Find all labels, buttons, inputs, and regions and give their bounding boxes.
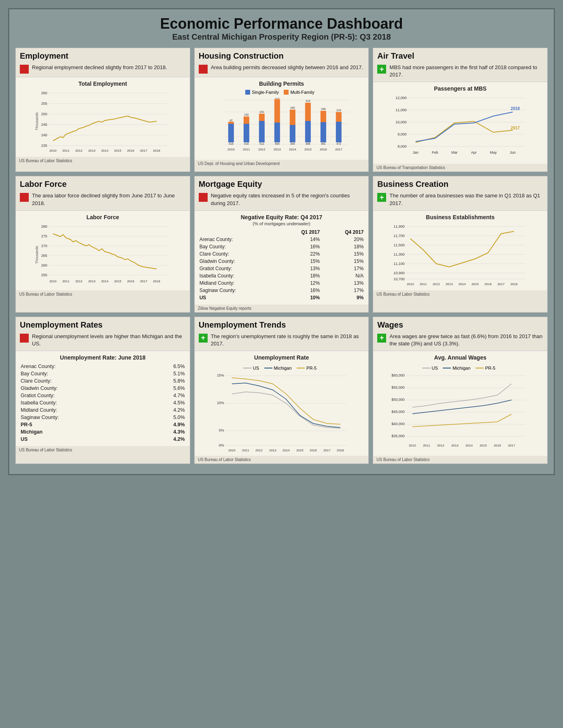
equity-q4: 17%	[321, 287, 365, 294]
unemp-county: Gratiot County:	[19, 392, 142, 399]
svg-text:2012: 2012	[75, 279, 83, 283]
mortgage-equity-indicator: Negative equity rates increased in 5 of …	[195, 192, 369, 210]
svg-text:410: 410	[306, 99, 310, 102]
michigan-wages-line	[412, 400, 512, 414]
wages-us-legend-label: US	[432, 366, 438, 370]
equity-col-q4: Q4 2017	[321, 229, 365, 236]
svg-text:2014: 2014	[283, 449, 290, 452]
svg-text:2016: 2016	[310, 449, 317, 452]
svg-text:2017: 2017	[140, 149, 147, 152]
svg-text:162: 162	[244, 113, 249, 116]
mortgage-equity-title: Mortgage Equity	[199, 180, 365, 189]
equity-col-q1: Q1 2017	[278, 229, 321, 236]
svg-text:$40,000: $40,000	[392, 422, 405, 426]
row-3: Unemployment Rates Regional unemployment…	[15, 317, 548, 464]
svg-text:11,700: 11,700	[394, 234, 405, 238]
svg-text:2017: 2017	[511, 126, 520, 130]
unemployment-trends-header: Unemployment Trends	[195, 317, 369, 333]
pr5-legend-label: PR-5	[306, 366, 317, 370]
bar-2015-mf	[305, 103, 310, 121]
svg-text:2011: 2011	[243, 148, 250, 151]
wages-us-legend-line	[422, 368, 430, 368]
air-travel-chart-area: Passengers at MBS 12,000 11,000 10,000 9…	[373, 82, 547, 164]
unemp-rate: 5.6%	[142, 385, 187, 392]
business-creation-title: Business Creation	[377, 180, 543, 189]
equity-county: Saginaw County:	[198, 287, 278, 294]
equity-q1: 18%	[278, 272, 321, 279]
equity-table: Q1 2017 Q4 2017 Arenac County: 14% 20% B…	[198, 229, 365, 301]
air-travel-title: Air Travel	[377, 51, 543, 61]
unemployment-trends-status-icon: +	[199, 334, 208, 343]
equity-county: Bay County:	[198, 243, 278, 250]
svg-text:2015: 2015	[480, 444, 487, 447]
equity-county: US	[198, 294, 278, 301]
svg-text:2016: 2016	[320, 148, 327, 151]
svg-text:2016: 2016	[127, 279, 134, 283]
unemployment-trends-chart-title: Unemployment Rate	[198, 354, 365, 361]
svg-text:Mar: Mar	[451, 150, 458, 154]
employment-source: US Bureau of Labor Statistics	[16, 157, 190, 165]
equity-q1: 15%	[278, 258, 321, 265]
svg-text:2012: 2012	[75, 149, 83, 152]
svg-text:2011: 2011	[420, 282, 427, 286]
wages-chart: $60,000 $55,000 $50,000 $45,000 $40,000 …	[376, 372, 544, 453]
equity-q4: 20%	[321, 236, 365, 243]
svg-text:2015: 2015	[114, 149, 121, 152]
row-1: Employment Regional employment declined …	[15, 48, 548, 172]
multi-family-label: Multi-Family	[290, 90, 314, 95]
svg-text:10,700: 10,700	[394, 277, 405, 281]
labor-force-chart-title: Labor Force	[19, 214, 187, 220]
wages-header: Wages	[373, 317, 547, 333]
bar-2010-sf	[228, 124, 234, 142]
building-permits-chart: 42 419 162 416 161 512 528 464	[198, 98, 365, 157]
equity-county: Clare County:	[198, 250, 278, 258]
unemp-county: Gladwin County:	[19, 385, 142, 392]
bar-2017-mf	[336, 112, 341, 122]
housing-card: Housing Construction Area building permi…	[194, 48, 369, 172]
svg-text:8,000: 8,000	[398, 144, 407, 148]
bar-2016-sf	[320, 122, 326, 142]
unemp-rate: 4.2%	[142, 406, 187, 414]
svg-text:2014: 2014	[101, 149, 108, 152]
equity-county: Arenac County:	[198, 236, 278, 243]
unemployment-rates-card: Unemployment Rates Regional unemployment…	[15, 317, 190, 464]
2018-line	[416, 112, 513, 142]
pr5-unemployment-line	[232, 378, 340, 424]
business-creation-header: Business Creation	[373, 176, 547, 192]
svg-text:2011: 2011	[62, 279, 70, 283]
equity-q1: 10%	[278, 294, 321, 301]
bar-2015-sf	[305, 121, 310, 142]
mortgage-equity-chart-area: Negative Equity Rate: Q4 2017 (% of mort…	[195, 210, 369, 305]
svg-text:2012: 2012	[433, 282, 440, 286]
business-creation-indicator: + The number of area businesses was the …	[373, 192, 547, 210]
svg-text:Jun: Jun	[510, 150, 516, 154]
housing-source: US Dept. of Housing and Urban Developmen…	[195, 160, 369, 167]
unemp-rate: 4.3%	[142, 428, 187, 436]
unemployment-trends-chart-area: Unemployment Rate US Michigan PR-5	[195, 351, 369, 456]
svg-text:2015: 2015	[296, 449, 304, 452]
unemp-rate: 4.5%	[142, 399, 187, 406]
svg-text:280: 280	[41, 224, 47, 229]
unemp-county: Michigan	[19, 428, 142, 436]
unemployment-trends-source: US Bureau of Labor Statistics	[195, 456, 369, 463]
single-family-legend-color	[245, 90, 250, 95]
svg-text:$60,000: $60,000	[392, 373, 405, 377]
svg-text:486: 486	[306, 142, 310, 145]
svg-text:2011: 2011	[62, 149, 70, 152]
unemployment-trends-title: Unemployment Trends	[199, 320, 365, 330]
svg-text:2013: 2013	[88, 279, 96, 283]
unemployment-rates-chart-title: Unemployment Rate: June 2018	[19, 354, 187, 361]
equity-county: Midland County:	[198, 279, 278, 287]
svg-text:2013: 2013	[446, 282, 453, 286]
svg-text:2010: 2010	[227, 148, 235, 151]
svg-text:5%: 5%	[219, 428, 224, 432]
svg-text:Apr: Apr	[471, 150, 477, 154]
svg-text:2011: 2011	[423, 444, 430, 447]
housing-header: Housing Construction	[195, 48, 369, 64]
air-travel-description: MBS had more passengers in the first hal…	[389, 64, 543, 78]
passengers-chart: 12,000 11,000 10,000 9,000 8,000 Jan Feb…	[376, 94, 544, 161]
wages-chart-area: Avg. Annual Wages US Michigan PR-5	[373, 351, 547, 456]
svg-text:512: 512	[259, 142, 264, 145]
employment-chart-title: Total Employment	[19, 80, 187, 87]
bar-2012-sf	[259, 121, 264, 142]
